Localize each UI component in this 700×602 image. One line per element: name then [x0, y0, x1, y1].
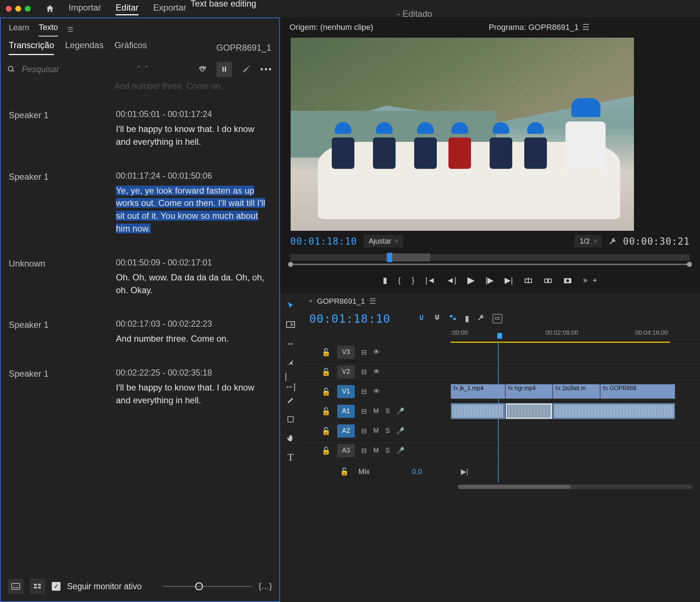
export-frame-icon[interactable] — [563, 277, 572, 284]
minimize-window-icon[interactable] — [15, 6, 21, 12]
toggle-track-output-icon[interactable]: 👁 — [373, 388, 380, 395]
lock-icon[interactable]: 🔓 — [322, 348, 331, 357]
timeline-timecode[interactable]: 00:01:18:10 — [309, 312, 390, 326]
sync-lock-icon[interactable]: ⊟ — [361, 447, 367, 455]
track-target-button[interactable]: A3 — [337, 444, 355, 457]
search-icon[interactable] — [7, 65, 15, 73]
timeline-tracks[interactable]: 🔓V3⊟👁🔓V2⊟👁🔓V1⊟👁fxjk_1.mp4fxhgr.mp4fx1to9… — [301, 342, 700, 482]
more-options-icon[interactable]: ••• — [260, 64, 273, 74]
track-target-button[interactable]: A2 — [337, 424, 355, 438]
magnet-icon[interactable] — [433, 314, 441, 323]
program-monitor-viewport[interactable] — [290, 37, 634, 231]
insert-icon[interactable] — [524, 277, 533, 284]
mute-button[interactable]: M — [373, 447, 379, 454]
audio-track[interactable]: 🔓A1⊟MS🎤 — [301, 401, 700, 421]
timeline-menu-icon[interactable]: ☰ — [369, 297, 376, 306]
transcript-entry[interactable]: Speaker 100:01:05:01 - 00:01:17:24I'll b… — [9, 100, 271, 162]
video-clip[interactable]: fxhgr.mp4 — [505, 384, 553, 399]
tab-transcription[interactable]: Transcrição — [9, 40, 54, 55]
transcript-entry[interactable]: Unknown00:01:50:09 - 00:02:17:01Oh. Oh, … — [9, 248, 271, 310]
zoom-dropdown[interactable]: 1/2▽ — [575, 235, 602, 248]
transcript-speaker[interactable]: Speaker 1 — [9, 368, 107, 407]
go-to-out-icon[interactable]: ▶| — [505, 276, 513, 285]
playhead-icon[interactable] — [387, 253, 392, 262]
video-track[interactable]: 🔓V1⊟👁fxjk_1.mp4fxhgr.mp4fx1to9all.mfxGOP… — [301, 382, 700, 401]
solo-button[interactable]: S — [385, 447, 390, 454]
refresh-icon[interactable] — [195, 62, 210, 77]
button-editor-plus-icon[interactable]: + — [592, 276, 597, 285]
tab-text[interactable]: Texto — [39, 23, 58, 36]
nav-edit[interactable]: Editar — [116, 3, 139, 15]
video-clip[interactable]: fxGOPR869 — [600, 384, 675, 399]
selection-tool-icon[interactable] — [285, 300, 296, 311]
next-match-icon[interactable]: ˅ — [144, 65, 148, 74]
sync-lock-icon[interactable]: ⊟ — [361, 348, 367, 356]
zoom-slider[interactable] — [163, 586, 252, 587]
voice-over-icon[interactable]: 🎤 — [396, 427, 404, 435]
track-target-button[interactable]: V1 — [337, 385, 355, 398]
transcript-text[interactable]: I'll be happy to know that. I do know an… — [116, 381, 271, 407]
window-traffic-lights[interactable] — [6, 6, 31, 12]
step-forward-icon[interactable]: |▶ — [486, 276, 494, 285]
list-view-icon[interactable] — [30, 579, 45, 594]
mute-button[interactable]: M — [373, 427, 379, 435]
transcript-speaker[interactable]: Speaker 1 — [9, 319, 107, 345]
overwrite-icon[interactable] — [544, 277, 552, 284]
track-target-button[interactable]: A1 — [337, 405, 355, 418]
timeline-sequence-name[interactable]: GOPR8691_1 — [317, 297, 365, 306]
voice-over-icon[interactable]: 🎤 — [396, 447, 404, 455]
timeline-playhead-icon[interactable] — [497, 333, 502, 339]
step-back-icon[interactable]: ◄| — [446, 276, 456, 285]
add-marker-icon[interactable]: ▮ — [383, 276, 387, 285]
audio-clip[interactable] — [505, 403, 553, 419]
maximize-window-icon[interactable] — [25, 6, 31, 12]
mix-value[interactable]: 0,0 — [412, 467, 422, 476]
close-timeline-icon[interactable]: × — [309, 298, 312, 304]
toggle-track-output-icon[interactable]: 👁 — [373, 368, 380, 376]
transcript-text[interactable]: Oh. Oh, wow. Da da da da da. Oh, oh, oh.… — [116, 271, 271, 297]
tab-graphics[interactable]: Gráficos — [114, 40, 147, 55]
toggle-track-output-icon[interactable]: 👁 — [373, 348, 380, 356]
wrench-icon[interactable] — [608, 237, 617, 245]
search-input[interactable] — [22, 65, 130, 74]
track-target-button[interactable]: V2 — [337, 365, 355, 378]
razor-tool-icon[interactable] — [285, 357, 296, 368]
skip-forward-icon[interactable]: ▶| — [461, 467, 468, 476]
bottom-more-icon[interactable]: {…} — [258, 582, 272, 591]
type-tool-icon[interactable]: T — [285, 451, 296, 463]
close-window-icon[interactable] — [6, 6, 12, 12]
ripple-edit-tool-icon[interactable]: ↔ — [285, 338, 296, 349]
marker-icon[interactable]: ▮ — [465, 314, 469, 323]
settings-wrench-icon[interactable] — [477, 314, 485, 323]
transcript-speaker[interactable]: Speaker 1 — [9, 171, 107, 235]
snap-icon[interactable] — [417, 314, 425, 323]
track-target-button[interactable]: V3 — [337, 346, 355, 359]
program-timecode[interactable]: 00:01:18:10 — [290, 236, 357, 247]
video-track[interactable]: 🔓V2⊟👁 — [301, 362, 700, 382]
sync-lock-icon[interactable]: ⊟ — [361, 407, 367, 415]
program-monitor-label[interactable]: Programa: GOPR8691_1 — [489, 23, 579, 32]
linked-selection-icon[interactable] — [449, 314, 457, 323]
pause-segments-icon[interactable] — [217, 62, 232, 77]
transcript-text[interactable]: And number three. Come on. — [116, 333, 271, 345]
sync-lock-icon[interactable]: ⊟ — [361, 368, 367, 376]
caption-view-icon[interactable] — [8, 579, 23, 594]
solo-button[interactable]: S — [385, 407, 390, 415]
home-icon[interactable] — [45, 4, 55, 13]
audio-clip[interactable] — [451, 403, 505, 419]
transcript-entry[interactable]: Speaker 100:02:17:03 - 00:02:22:23And nu… — [9, 310, 271, 358]
source-monitor-label[interactable]: Origem: (nenhum clipe) — [289, 23, 373, 32]
transport-more-icon[interactable]: » — [583, 276, 587, 285]
program-scrub-bar[interactable] — [290, 254, 690, 261]
rectangle-tool-icon[interactable] — [285, 413, 296, 425]
lock-icon[interactable]: 🔓 — [322, 387, 331, 396]
tab-captions[interactable]: Legendas — [65, 40, 103, 55]
video-track[interactable]: 🔓V3⊟👁 — [301, 342, 700, 362]
program-menu-icon[interactable]: ☰ — [582, 23, 590, 32]
audio-clip[interactable] — [553, 403, 675, 419]
sync-lock-icon[interactable]: ⊟ — [361, 388, 367, 396]
timeline-ruler[interactable]: :00:0000:02:08:0000:04:16:00 — [451, 329, 700, 342]
nav-export[interactable]: Exportar — [153, 3, 186, 15]
mark-out-icon[interactable]: } — [412, 276, 414, 285]
hand-tool-icon[interactable] — [285, 432, 296, 444]
